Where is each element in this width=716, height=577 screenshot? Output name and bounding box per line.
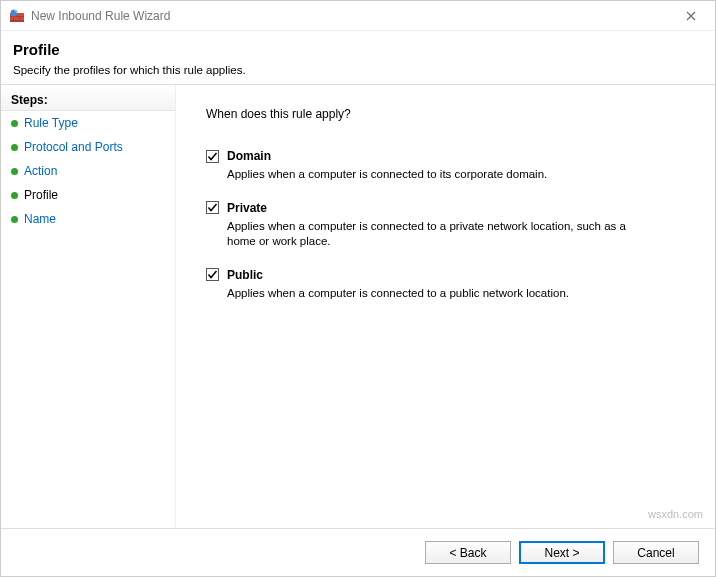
wizard-header: Profile Specify the profiles for which t… xyxy=(1,31,715,84)
svg-rect-4 xyxy=(14,17,19,20)
step-protocol-and-ports[interactable]: Protocol and Ports xyxy=(1,135,175,159)
option-private: Private Applies when a computer is conne… xyxy=(206,201,685,250)
step-label: Profile xyxy=(24,188,58,202)
firewall-icon xyxy=(9,8,25,24)
domain-label: Domain xyxy=(227,149,271,163)
svg-rect-5 xyxy=(20,17,24,20)
step-bullet-icon xyxy=(11,216,18,223)
prompt-text: When does this rule apply? xyxy=(206,107,685,121)
window-title: New Inbound Rule Wizard xyxy=(31,9,170,23)
private-description: Applies when a computer is connected to … xyxy=(227,219,657,250)
title-bar: New Inbound Rule Wizard xyxy=(1,1,715,31)
svg-rect-3 xyxy=(10,17,13,20)
next-button[interactable]: Next > xyxy=(519,541,605,564)
step-label: Protocol and Ports xyxy=(24,140,123,154)
step-label: Rule Type xyxy=(24,116,78,130)
main-panel: When does this rule apply? Domain Applie… xyxy=(176,85,715,528)
page-title: Profile xyxy=(13,41,703,58)
checkmark-icon xyxy=(207,202,218,213)
steps-sidebar: Steps: Rule Type Protocol and Ports Acti… xyxy=(1,85,176,528)
private-label: Private xyxy=(227,201,267,215)
checkmark-icon xyxy=(207,151,218,162)
step-profile[interactable]: Profile xyxy=(1,183,175,207)
private-checkbox[interactable] xyxy=(206,201,219,214)
step-rule-type[interactable]: Rule Type xyxy=(1,111,175,135)
svg-rect-2 xyxy=(17,13,24,16)
step-bullet-icon xyxy=(11,168,18,175)
step-name[interactable]: Name xyxy=(1,207,175,231)
cancel-button[interactable]: Cancel xyxy=(613,541,699,564)
option-public: Public Applies when a computer is connec… xyxy=(206,268,685,302)
back-button[interactable]: < Back xyxy=(425,541,511,564)
close-icon xyxy=(686,11,696,21)
public-label: Public xyxy=(227,268,263,282)
domain-description: Applies when a computer is connected to … xyxy=(227,167,657,183)
step-action[interactable]: Action xyxy=(1,159,175,183)
step-bullet-icon xyxy=(11,120,18,127)
step-bullet-icon xyxy=(11,192,18,199)
close-button[interactable] xyxy=(675,1,707,30)
page-subtitle: Specify the profiles for which this rule… xyxy=(13,64,703,76)
step-bullet-icon xyxy=(11,144,18,151)
step-label: Name xyxy=(24,212,56,226)
step-label: Action xyxy=(24,164,57,178)
wizard-footer: < Back Next > Cancel xyxy=(1,528,715,576)
public-checkbox[interactable] xyxy=(206,268,219,281)
wizard-body: Steps: Rule Type Protocol and Ports Acti… xyxy=(1,85,715,528)
steps-heading: Steps: xyxy=(1,89,175,111)
checkmark-icon xyxy=(207,269,218,280)
domain-checkbox[interactable] xyxy=(206,150,219,163)
public-description: Applies when a computer is connected to … xyxy=(227,286,657,302)
option-domain: Domain Applies when a computer is connec… xyxy=(206,149,685,183)
